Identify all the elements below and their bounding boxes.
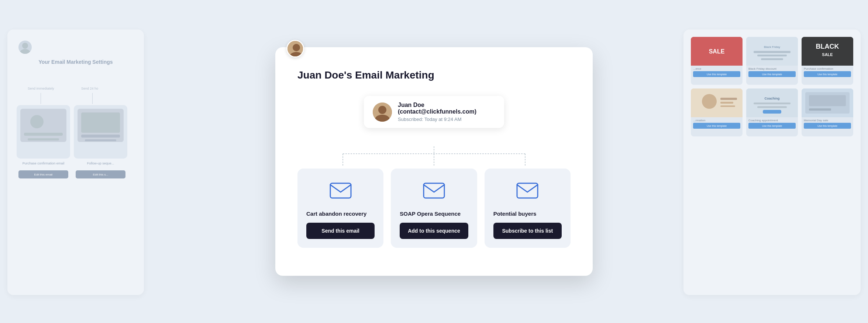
svg-rect-8: [81, 135, 120, 138]
left-panel-title: Your Email Marketing Settings: [18, 59, 133, 65]
left-panel-btn2: Edit this s...: [76, 170, 125, 178]
svg-rect-32: [809, 95, 846, 106]
action-card-3-title: Potential buyers: [493, 211, 537, 217]
right-background-panel: SALE ...erce Use this template Black Fri…: [683, 29, 861, 295]
main-modal: Juan Doe's Email Marketing Juan Doe (con…: [275, 47, 593, 276]
action-card-potential-buyers: Potential buyers Subscribe to this list: [485, 169, 571, 248]
svg-point-0: [22, 43, 28, 49]
svg-rect-28: [757, 106, 787, 108]
svg-rect-2: [20, 109, 66, 142]
right-card-2: Black Friday Black Friday discount Use t…: [746, 37, 798, 85]
left-panel-card1: [17, 105, 70, 159]
svg-rect-22: [720, 98, 737, 100]
right-template-grid: SALE ...erce Use this template Black Fri…: [691, 37, 853, 136]
right-card-1: SALE ...erce Use this template: [691, 37, 743, 85]
right-card-5-btn[interactable]: Use this template: [748, 123, 796, 129]
svg-text:Coaching: Coaching: [764, 97, 779, 100]
contact-name: Juan Doe (contact@clickfunnels.com): [398, 102, 495, 115]
left-panel-avatar: [18, 41, 32, 54]
svg-point-21: [702, 94, 717, 109]
left-panel-label1: Send immediately: [28, 87, 54, 90]
right-card-3-label: Purchase confirmation: [802, 66, 853, 71]
svg-point-38: [378, 106, 386, 114]
right-card-3: BLACK SALE Purchase confirmation Use thi…: [802, 37, 853, 85]
connector-lines: [297, 146, 571, 169]
subscribe-to-list-button[interactable]: Subscribe to this list: [493, 223, 562, 239]
svg-rect-4: [24, 133, 63, 136]
right-card-3-btn[interactable]: Use this template: [804, 71, 851, 77]
right-card-5: Coaching Coaching appointment Use this t…: [746, 88, 798, 136]
svg-rect-7: [81, 112, 120, 133]
right-card-5-img: Coaching: [746, 88, 798, 117]
left-panel-arrow1: [41, 93, 41, 104]
svg-rect-24: [720, 105, 735, 107]
right-card-3-img: BLACK SALE: [802, 37, 853, 66]
svg-rect-17: [802, 37, 853, 66]
modal-title: Juan Doe's Email Marketing: [297, 69, 571, 81]
contact-subscribed: Subscribed: Today at 9:24 AM: [398, 117, 495, 122]
left-panel-btn1: Edit this email: [18, 170, 68, 178]
left-panel-card2: [74, 105, 127, 159]
svg-rect-23: [720, 102, 733, 104]
modal-avatar: [286, 40, 304, 58]
add-to-sequence-button[interactable]: Add to this sequence: [400, 223, 468, 239]
right-card-1-img: SALE: [691, 37, 743, 66]
right-card-4-img: [691, 88, 743, 117]
envelope-icon-3: [516, 180, 538, 202]
modal-avatar-img: [287, 41, 303, 56]
svg-point-1: [20, 49, 30, 54]
left-panel-card1-label: Purchase confirmation email: [17, 162, 70, 165]
svg-text:SALE: SALE: [822, 52, 833, 57]
action-card-cart-abandon: Cart abandon recovery Send this email: [297, 169, 383, 248]
right-card-5-label: Coaching appointment: [746, 117, 798, 123]
action-card-1-title: Cart abandon recovery: [306, 211, 366, 217]
svg-rect-14: [754, 51, 790, 53]
contact-info: Juan Doe (contact@clickfunnels.com) Subs…: [398, 102, 495, 122]
svg-rect-9: [85, 139, 116, 141]
contact-avatar: [373, 103, 392, 122]
right-card-1-label: ...erce: [691, 66, 743, 71]
svg-rect-45: [330, 183, 351, 198]
left-panel-label2: Send 24 ho: [81, 87, 98, 90]
right-card-2-label: Black Friday discount: [746, 66, 798, 71]
right-card-2-btn[interactable]: Use this template: [748, 71, 796, 77]
right-card-4: ...rmation Use this template: [691, 88, 743, 136]
action-card-soap-opera: SOAP Opera Sequence Add to this sequence: [391, 169, 477, 248]
action-cards-container: Cart abandon recovery Send this email SO…: [297, 169, 571, 248]
left-background-panel: Your Email Marketing Settings Send immed…: [7, 29, 144, 295]
right-card-4-btn[interactable]: Use this template: [693, 123, 740, 129]
right-card-6-label: Memorial Day sale: [802, 117, 853, 123]
right-card-2-img: Black Friday: [746, 37, 798, 66]
right-card-1-btn[interactable]: Use this template: [693, 71, 740, 77]
svg-rect-29: [763, 110, 781, 114]
right-card-6-img: [802, 88, 853, 117]
left-panel-arrow2: [92, 93, 93, 104]
action-card-2-title: SOAP Opera Sequence: [400, 211, 461, 217]
svg-text:Black Friday: Black Friday: [764, 45, 780, 49]
svg-rect-16: [761, 58, 783, 60]
right-card-4-label: ...rmation: [691, 117, 743, 123]
svg-rect-33: [809, 108, 831, 111]
left-panel-card2-label: Follow-up seque...: [74, 162, 127, 165]
contact-card: Juan Doe (contact@clickfunnels.com) Subs…: [364, 96, 504, 128]
svg-rect-15: [757, 55, 787, 56]
envelope-icon-1: [330, 180, 352, 202]
svg-rect-20: [691, 88, 743, 117]
send-email-button[interactable]: Send this email: [306, 223, 375, 239]
svg-rect-47: [517, 183, 538, 198]
svg-point-35: [293, 44, 300, 51]
svg-rect-27: [754, 103, 790, 104]
right-card-6-btn[interactable]: Use this template: [804, 123, 851, 129]
svg-point-3: [30, 115, 44, 128]
envelope-icon-2: [423, 180, 445, 202]
right-card-6: Memorial Day sale Use this template: [802, 88, 853, 136]
svg-rect-46: [424, 183, 444, 198]
svg-text:SALE: SALE: [709, 48, 725, 55]
svg-text:BLACK: BLACK: [816, 43, 839, 50]
svg-rect-5: [28, 138, 59, 140]
